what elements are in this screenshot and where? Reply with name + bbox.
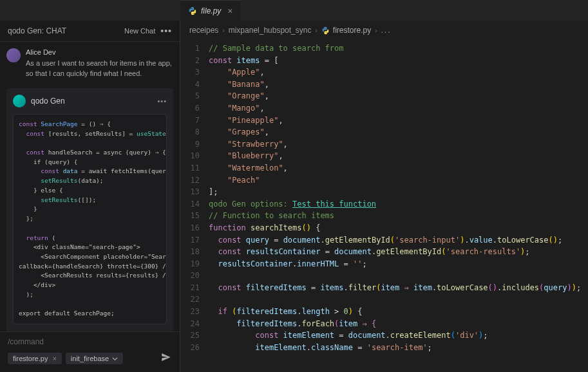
bot-message: qodo Gen ••• const SearchPage = () ⇒ { c… [6,88,173,331]
python-icon [188,6,197,15]
bot-avatar [13,95,26,107]
breadcrumb-item[interactable]: firestore.py [321,26,371,35]
breadcrumb-more[interactable]: ... [381,26,392,35]
chevron-right-icon: › [222,27,224,34]
breadcrumb: receipes › mixpanel_hubspot_sync › fires… [180,21,588,40]
file-chip-firestore[interactable]: firestore.py× [8,353,62,364]
bot-menu-icon[interactable]: ••• [157,97,167,105]
code-content[interactable]: // Sample data to search from const item… [209,42,588,369]
chat-menu-icon[interactable]: ••• [160,26,172,36]
chevron-right-icon: › [315,27,317,34]
user-message: As a user I want to search for items in … [26,59,173,79]
command-input[interactable]: /command [8,337,172,346]
breadcrumb-item[interactable]: mixpanel_hubspot_sync [229,26,312,35]
new-chat-button[interactable]: New Chat [124,27,155,35]
code-snippet: const SearchPage = () ⇒ { const [results… [13,114,167,324]
line-gutter: 1234567891011121314151617181920212223242… [180,42,209,369]
chevron-right-icon: › [375,27,377,34]
tab-filename: file.py [201,6,221,15]
python-icon [321,26,330,35]
user-avatar [6,48,21,62]
send-icon[interactable] [160,351,172,366]
file-chip-init-firebase[interactable]: init_firebase [66,353,123,364]
conclusion-title: Conclusion [13,331,167,331]
chip-remove-icon[interactable]: × [52,355,56,362]
user-name: Alice Dev [26,48,173,56]
chevron-down-icon [112,356,118,362]
tab-close-icon[interactable]: × [227,6,232,16]
breadcrumb-item[interactable]: receipes [189,26,218,35]
bot-name: qodo Gen [31,97,65,106]
chat-title: qodo Gen: CHAT [8,26,66,35]
editor-tab[interactable]: file.py × [180,0,241,21]
code-editor[interactable]: 1234567891011121314151617181920212223242… [180,40,588,372]
